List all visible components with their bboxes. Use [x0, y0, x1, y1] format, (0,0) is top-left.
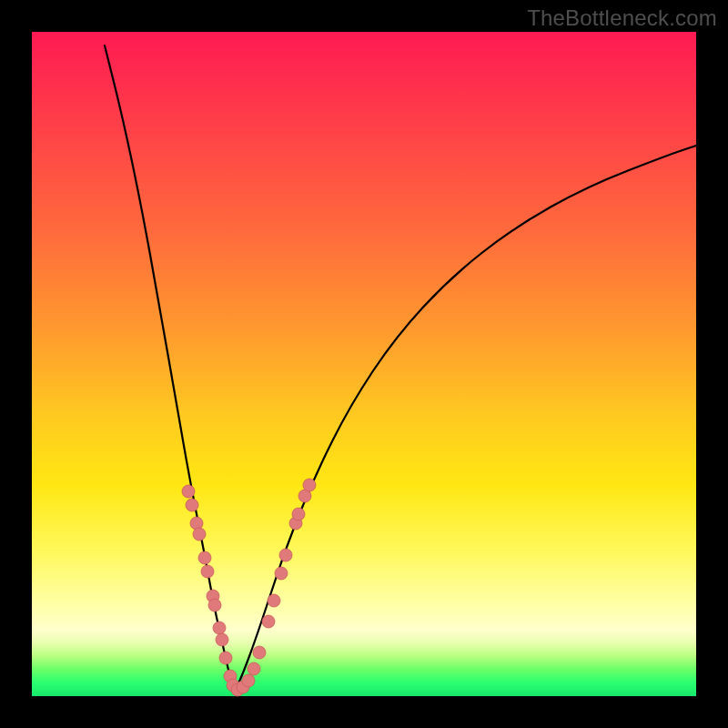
marker-dot: [216, 633, 228, 646]
marker-dot: [198, 551, 211, 564]
marker-dot: [279, 549, 292, 561]
watermark-text: TheBottleneck.com: [527, 5, 717, 31]
marker-dot: [262, 615, 275, 628]
marker-dot: [268, 594, 280, 607]
marker-dot: [248, 662, 260, 675]
marker-dot: [242, 674, 255, 687]
marker-dot: [208, 599, 221, 612]
marker-dot: [186, 499, 198, 511]
marker-dot: [201, 565, 214, 578]
marker-dot: [253, 646, 266, 659]
marker-dots: [182, 479, 316, 696]
marker-dot: [303, 479, 316, 491]
curve-right-branch: [235, 146, 696, 692]
marker-dot: [219, 652, 232, 664]
plot-svg: [32, 32, 696, 696]
plot-area: [32, 32, 696, 696]
chart-frame: TheBottleneck.com: [0, 0, 728, 728]
marker-dot: [182, 485, 195, 498]
marker-dot: [275, 567, 288, 580]
marker-dot: [193, 528, 206, 541]
marker-dot: [213, 622, 226, 634]
bottleneck-curve: [105, 46, 696, 692]
marker-dot: [292, 508, 305, 521]
